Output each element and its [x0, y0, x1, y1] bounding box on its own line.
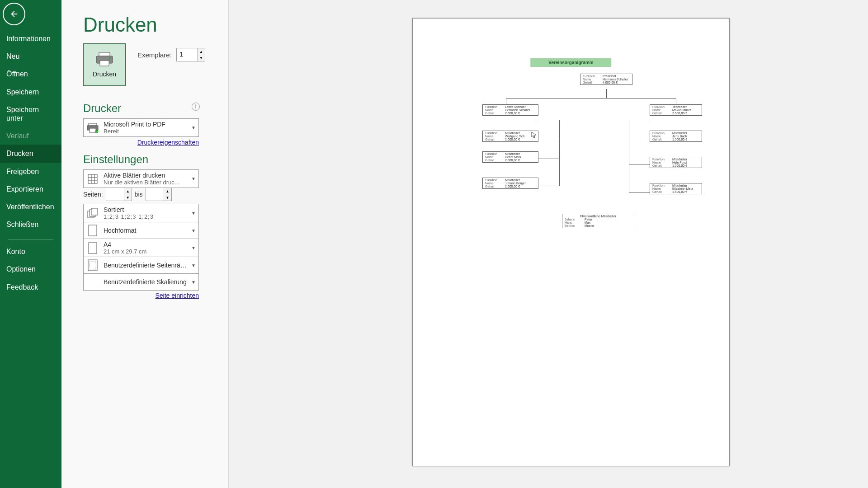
printer-info-icon[interactable]: i	[192, 103, 200, 111]
collate-l2: 1;2;3 1;2;3 1;2;3	[104, 213, 187, 220]
printer-properties-link[interactable]: Druckereigenschaften	[83, 139, 199, 146]
scaling-select[interactable]: Benutzerdefinierte Skalierung ▼	[83, 273, 199, 291]
chevron-down-icon: ▼	[191, 125, 196, 130]
printer-icon	[95, 52, 113, 67]
org-node: FunktionMitarbeiter NameWolfgang Sch... …	[482, 131, 538, 142]
svg-rect-0	[99, 52, 110, 56]
nav-verlauf: Verlauf	[0, 127, 61, 145]
settings-section: Einstellungen	[83, 153, 224, 166]
svg-rect-6	[90, 128, 96, 132]
collate-select[interactable]: Sortiert 1;2;3 1;2;3 1;2;3 ▼	[83, 204, 199, 222]
nav-schliessen[interactable]: Schließen	[0, 216, 61, 233]
chevron-down-icon: ▼	[191, 228, 196, 233]
collate-l1: Sortiert	[104, 206, 187, 213]
page-setup-link[interactable]: Seite einrichten	[83, 292, 199, 299]
org-node: FunktionTeamleiter NameMakus Müller Geha…	[650, 104, 702, 116]
nav-speichern[interactable]: Speichern	[0, 83, 61, 101]
printer-status: Bereit	[104, 128, 187, 135]
nav-speichern-unter[interactable]: Speichern unter	[0, 101, 61, 127]
print-panel: Drucken Drucken Exemplare: ▲▼ Dr	[61, 0, 229, 488]
chevron-down-icon: ▼	[191, 211, 196, 216]
chevron-down-icon: ▼	[191, 263, 196, 268]
copies-input[interactable]	[177, 48, 199, 60]
nav-veroeffentlichen[interactable]: Veröffentlichen	[0, 198, 61, 216]
org-volunteers: Ehrenamtliche Mitarbeiter JohannPeter Ha…	[562, 214, 634, 228]
print-what-l1: Aktive Blätter drucken	[104, 172, 187, 179]
print-preview-area: Vereinsorganigramm FunktionPräsident Nam…	[229, 0, 868, 488]
margins-select[interactable]: Benutzerdefinierte Seitenrän... ▼	[83, 257, 199, 274]
nav-konto[interactable]: Konto	[0, 243, 61, 260]
print-what-l2: Nur die aktiven Blätter druc...	[104, 179, 187, 186]
print-button-label: Drucken	[93, 70, 116, 78]
chevron-down-icon: ▼	[191, 176, 196, 181]
orientation-select[interactable]: Hochformat ▼	[83, 222, 199, 239]
svg-rect-17	[89, 243, 97, 253]
org-node: FunktionMitarbeiter NameDetlef Mark Geha…	[482, 151, 538, 163]
svg-rect-15	[91, 208, 98, 215]
back-button[interactable]	[3, 3, 25, 25]
copies-down[interactable]: ▼	[198, 55, 205, 61]
sheets-icon	[86, 173, 99, 185]
scaling-l1: Benutzerdefinierte Skalierung	[104, 278, 187, 286]
org-node: FunktionLeiter Spenden NameHermann Schal…	[482, 104, 538, 116]
paper-l1: A4	[104, 241, 187, 248]
nav-optionen[interactable]: Optionen	[0, 260, 61, 278]
chevron-down-icon: ▼	[191, 280, 196, 285]
backstage-sidebar: Informationen Neu Öffnen Speichern Speic…	[0, 0, 61, 488]
mouse-cursor-icon	[531, 131, 538, 138]
pages-to[interactable]: ▲▼	[146, 188, 172, 201]
chevron-down-icon: ▼	[191, 245, 196, 250]
printer-name: Microsoft Print to PDF	[104, 121, 187, 128]
org-node: FunktionMitarbeiter NameElisabeth Metz G…	[650, 183, 702, 194]
nav-list: Informationen Neu Öffnen Speichern Speic…	[0, 30, 61, 296]
print-button[interactable]: Drucken	[83, 43, 126, 86]
collate-icon	[86, 207, 99, 220]
org-title: Vereinsorganigramm	[530, 58, 611, 67]
nav-separator	[8, 239, 53, 240]
pages-to-label: bis	[135, 191, 143, 198]
pages-from[interactable]: ▲▼	[106, 188, 132, 201]
pages-label: Seiten:	[83, 191, 103, 198]
printer-select-icon	[86, 122, 99, 134]
paper-icon	[86, 242, 99, 254]
org-node: FunktionMitarbeiter NameJens Bach Gehalt…	[650, 131, 702, 142]
svg-rect-4	[89, 123, 97, 126]
page-title: Drucken	[83, 14, 224, 36]
org-node: FunktionMitarbeiter NameJohann Berger Ge…	[482, 178, 538, 189]
nav-drucken[interactable]: Drucken	[0, 145, 61, 162]
nav-oeffnen[interactable]: Öffnen	[0, 65, 61, 83]
svg-point-3	[109, 57, 111, 59]
nav-feedback[interactable]: Feedback	[0, 278, 61, 296]
paper-select[interactable]: A4 21 cm x 29,7 cm ▼	[83, 239, 199, 257]
printer-section: Drucker	[83, 102, 121, 115]
back-arrow-icon	[9, 9, 19, 19]
nav-informationen[interactable]: Informationen	[0, 30, 61, 47]
printer-select[interactable]: Microsoft Print to PDF Bereit ▼	[83, 118, 199, 137]
svg-rect-8	[88, 174, 97, 183]
margins-l1: Benutzerdefinierte Seitenrän...	[104, 262, 187, 269]
svg-rect-2	[100, 61, 109, 66]
paper-l2: 21 cm x 29,7 cm	[104, 248, 187, 255]
nav-exportieren[interactable]: Exportieren	[0, 180, 61, 198]
print-what-select[interactable]: Aktive Blätter drucken Nur die aktiven B…	[83, 169, 199, 188]
orientation-icon	[86, 224, 99, 237]
orientation-l1: Hochformat	[104, 227, 187, 234]
preview-page: Vereinsorganigramm FunktionPräsident Nam…	[412, 18, 730, 466]
margins-icon	[86, 259, 99, 272]
copies-label: Exemplare:	[137, 51, 172, 59]
nav-freigeben[interactable]: Freigeben	[0, 163, 61, 180]
org-node: FunktionMitarbeiter NameNele Furst Gehal…	[650, 157, 702, 168]
org-node-president: FunktionPräsident NameHermann Schaller G…	[580, 74, 632, 85]
nav-neu[interactable]: Neu	[0, 47, 61, 65]
copies-up[interactable]: ▲	[198, 48, 205, 55]
svg-rect-16	[89, 225, 97, 236]
copies-spinner[interactable]: ▲▼	[176, 48, 205, 61]
